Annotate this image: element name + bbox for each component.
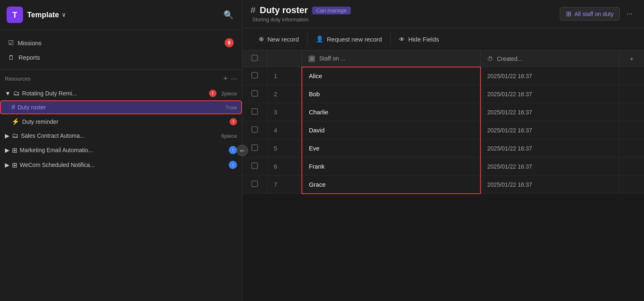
table-row: 5 Eve 2025/01/22 16:37 bbox=[242, 139, 644, 157]
table-row: 6 Frank 2025/01/22 16:37 bbox=[242, 157, 644, 176]
wecom-collapse-icon: ▶ bbox=[5, 162, 9, 168]
row-checkbox[interactable] bbox=[251, 144, 258, 151]
header-more-btn[interactable]: ··· bbox=[623, 8, 636, 20]
row-checkbox-cell[interactable] bbox=[242, 176, 267, 194]
sidebar-item-missions[interactable]: ☑ Missions 6 bbox=[3, 35, 239, 51]
reports-label: Reports bbox=[18, 54, 40, 61]
sidebar-header: T Template ∨ 🔍 bbox=[0, 0, 242, 30]
row-created-date: 2025/01/22 16:37 bbox=[481, 85, 619, 103]
tree-item-duty-roster[interactable]: # Duty roster 7row bbox=[0, 100, 242, 114]
row-num: 3 bbox=[267, 103, 302, 121]
th-checkbox[interactable] bbox=[242, 51, 267, 67]
duty-reminder-label: Duty reminder bbox=[22, 118, 227, 125]
tree-item-marketing-email[interactable]: ▶ ⊞ Marketing Email Automatio... ↑ bbox=[0, 143, 242, 157]
tree-item-sales-contract[interactable]: ▶ 🗂 Sales Contract Automa... 6piece bbox=[0, 129, 242, 143]
workspace-name-btn[interactable]: Template ∨ bbox=[27, 11, 66, 19]
row-checkbox[interactable] bbox=[251, 72, 258, 79]
marketing-grid-icon: ⊞ bbox=[12, 146, 17, 154]
header-subtitle: Storing duty information bbox=[251, 16, 351, 23]
hide-fields-label: Hide Fields bbox=[408, 36, 439, 43]
row-checkbox-cell[interactable] bbox=[242, 121, 267, 139]
missions-badge: 6 bbox=[225, 38, 234, 47]
sidebar-collapse-btn[interactable]: ⇐ bbox=[237, 145, 248, 156]
created-clock-icon: ⏱ bbox=[487, 56, 493, 62]
table-body: 1 Alice 2025/01/22 16:37 2 Bob 2025/01/2… bbox=[242, 67, 644, 194]
new-record-icon: ⊕ bbox=[259, 35, 264, 43]
th-num bbox=[267, 51, 302, 67]
sidebar-nav: ☑ Missions 6 🗒 Reports bbox=[0, 30, 242, 69]
th-add-column[interactable]: + bbox=[619, 51, 644, 67]
row-checkbox[interactable] bbox=[251, 108, 258, 115]
sales-contract-count: 6piece bbox=[221, 133, 237, 139]
row-plus-cell bbox=[619, 157, 644, 176]
table-row: 3 Charlie 2025/01/22 16:37 bbox=[242, 103, 644, 121]
resources-add-icon[interactable]: + bbox=[223, 74, 228, 83]
header-checkbox[interactable] bbox=[251, 55, 258, 61]
row-created-date: 2025/01/22 16:37 bbox=[481, 176, 619, 194]
search-icon[interactable]: 🔍 bbox=[222, 8, 235, 21]
wecom-grid-icon: ⊞ bbox=[12, 161, 17, 169]
view-table-icon: ⊞ bbox=[566, 10, 571, 18]
table-row: 1 Alice 2025/01/22 16:37 bbox=[242, 67, 644, 85]
duty-roster-count: 7row bbox=[225, 104, 237, 111]
resources-label: Resources bbox=[5, 76, 30, 82]
folder-icon: 🗂 bbox=[13, 90, 20, 97]
row-checkbox-cell[interactable] bbox=[242, 85, 267, 103]
request-label: Request new record bbox=[327, 36, 382, 43]
row-created-date: 2025/01/22 16:37 bbox=[481, 139, 619, 157]
rotating-duty-error: ! bbox=[209, 90, 216, 97]
view-label: All staff on duty bbox=[575, 11, 614, 17]
row-checkbox[interactable] bbox=[251, 90, 258, 97]
row-checkbox[interactable] bbox=[251, 162, 258, 169]
main-content: # Duty roster Can manage Storing duty in… bbox=[242, 0, 644, 301]
table-row: 7 Grace 2025/01/22 16:37 bbox=[242, 176, 644, 194]
table-row: 2 Bob 2025/01/22 16:37 bbox=[242, 85, 644, 103]
missions-icon: ☑ bbox=[8, 39, 14, 46]
duty-roster-label: Duty roster bbox=[18, 104, 223, 111]
row-num: 6 bbox=[267, 157, 302, 176]
row-created-date: 2025/01/22 16:37 bbox=[481, 121, 619, 139]
wecom-upload: ↑ bbox=[229, 161, 237, 169]
view-selector-btn[interactable]: ⊞ All staff on duty bbox=[560, 7, 620, 21]
th-staff: A Staff on ... bbox=[302, 51, 481, 67]
row-checkbox-cell[interactable] bbox=[242, 157, 267, 176]
row-staff-name: Charlie bbox=[302, 103, 481, 121]
workspace-avatar: T bbox=[7, 7, 23, 23]
table-row: 4 David 2025/01/22 16:37 bbox=[242, 121, 644, 139]
row-checkbox[interactable] bbox=[251, 181, 258, 187]
wecom-label: WeCom Scheduled Notifica... bbox=[20, 162, 226, 168]
new-record-btn[interactable]: ⊕ New record bbox=[251, 32, 308, 46]
sidebar-item-reports[interactable]: 🗒 Reports bbox=[3, 51, 239, 64]
tree-item-wecom[interactable]: ▶ ⊞ WeCom Scheduled Notifica... ↑ bbox=[0, 157, 242, 172]
hide-fields-icon: 👁 bbox=[399, 36, 405, 43]
tree-item-duty-reminder[interactable]: ⚡ Duty reminder ! bbox=[0, 114, 242, 129]
sidebar: T Template ∨ 🔍 ☑ Missions 6 🗒 Reports Re… bbox=[0, 0, 242, 301]
row-plus-cell bbox=[619, 176, 644, 194]
request-new-record-btn[interactable]: 👤 Request new record bbox=[308, 32, 391, 46]
row-num: 5 bbox=[267, 139, 302, 157]
marketing-collapse-icon: ▶ bbox=[5, 147, 9, 153]
row-staff-name: Grace bbox=[302, 176, 481, 194]
workspace-name-label: Template bbox=[27, 11, 59, 19]
row-checkbox-cell[interactable] bbox=[242, 103, 267, 121]
staff-text-icon: A bbox=[308, 56, 315, 62]
row-checkbox-cell[interactable] bbox=[242, 67, 267, 85]
duty-reminder-error: ! bbox=[230, 118, 237, 125]
request-icon: 👤 bbox=[316, 35, 324, 43]
marketing-email-label: Marketing Email Automatio... bbox=[20, 147, 226, 153]
missions-label: Missions bbox=[18, 39, 41, 46]
row-checkbox[interactable] bbox=[251, 126, 258, 133]
hide-fields-btn[interactable]: 👁 Hide Fields bbox=[391, 32, 447, 46]
header-left: # Duty roster Can manage Storing duty in… bbox=[251, 5, 351, 23]
reports-icon: 🗒 bbox=[8, 54, 14, 61]
row-num: 4 bbox=[267, 121, 302, 139]
row-created-date: 2025/01/22 16:37 bbox=[481, 103, 619, 121]
main-header: # Duty roster Can manage Storing duty in… bbox=[242, 0, 644, 28]
row-staff-name: Eve bbox=[302, 139, 481, 157]
tree-item-rotating-duty[interactable]: ▼ 🗂 Rotating Duty Remi... ! 2piece bbox=[0, 86, 242, 100]
resources-more-icon[interactable]: ··· bbox=[231, 74, 237, 83]
duty-roster-hash-icon: # bbox=[12, 104, 15, 111]
marketing-email-upload: ↑ bbox=[229, 146, 237, 154]
resources-section-header: Resources + ··· bbox=[0, 69, 242, 86]
sales-contract-label: Sales Contract Automa... bbox=[21, 132, 219, 139]
